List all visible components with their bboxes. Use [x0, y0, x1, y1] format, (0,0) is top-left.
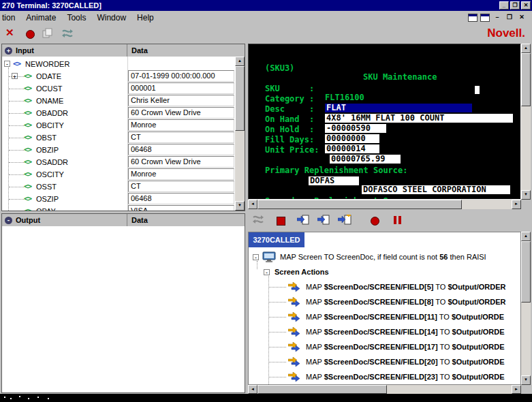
data-cell[interactable]: VISA	[128, 205, 234, 211]
data-cell[interactable]: Monroe	[128, 119, 234, 131]
data-cell[interactable]: CT	[128, 181, 234, 192]
tree-node-label[interactable]: OBZIP	[36, 144, 59, 156]
data-cell[interactable]: 000001	[128, 82, 234, 94]
scroll-left-button[interactable]: ◄	[248, 200, 257, 209]
data-cell[interactable]: CT	[128, 132, 234, 143]
step-over-icon[interactable]	[338, 215, 351, 228]
terminal-hscrollbar[interactable]: ◄ ►	[248, 200, 521, 209]
tree-node-label[interactable]: OCUST	[36, 82, 63, 95]
scroll-up-button[interactable]: ▲	[521, 232, 531, 241]
map-action-row[interactable]: MAP $ScreenDoc/SCREEN/FIELD[14] TO $Outp…	[249, 325, 519, 340]
tree-node-label[interactable]: OSCITY	[36, 168, 64, 181]
status-noise	[4, 397, 5, 398]
step-icon[interactable]	[297, 215, 309, 228]
scroll-down-button[interactable]: ▼	[521, 190, 531, 200]
step-into-icon[interactable]	[317, 215, 330, 228]
terminal-screen[interactable]: (SKU3) SKU Maintenance SKU : FLT16100 Ca…	[248, 44, 521, 200]
map-action-row[interactable]: MAP $ScreenDoc/SCREEN/FIELD[11] TO $Outp…	[249, 310, 519, 325]
tree-node-label[interactable]: OPAY	[36, 205, 56, 211]
maximize-button[interactable]: ❐	[510, 1, 520, 10]
data-cell[interactable]: Chris Keller	[128, 95, 234, 106]
menu-action[interactable]: tion	[0, 12, 20, 24]
output-data-header: Data	[131, 216, 148, 224]
minimize-button[interactable]: _	[499, 1, 509, 10]
screen-actions-row[interactable]: - Screen Actions	[249, 265, 519, 280]
tree-node-label[interactable]: OSST	[36, 181, 57, 193]
tree-connector	[268, 377, 286, 377]
terminal-vscrollbar[interactable]: ▲ ▼	[521, 44, 531, 200]
scroll-right-button[interactable]: ►	[512, 385, 521, 394]
close-button[interactable]: ✕	[521, 1, 531, 10]
expand-all-icon[interactable]: +	[5, 47, 12, 55]
collapse-icon[interactable]: -	[253, 254, 259, 260]
xml-element-icon: <>	[24, 193, 31, 205]
data-cell[interactable]: Monroe	[128, 168, 234, 180]
map-action-row[interactable]: MAP $ScreenDoc/SCREEN/FIELD[5] TO $Outpu…	[249, 280, 519, 295]
data-cell[interactable]: 07-01-1999 00:00:00.000	[128, 70, 234, 82]
tree-connector	[268, 332, 286, 333]
collapse-icon[interactable]: -	[4, 61, 10, 67]
scroll-thumb[interactable]	[257, 200, 462, 209]
tree-node-label[interactable]: ODATE	[36, 70, 61, 82]
tree-node-label[interactable]: OBCITY	[36, 119, 64, 132]
data-cell[interactable]: 60 Crown View Drive	[128, 156, 234, 168]
map-action-icon	[288, 297, 300, 309]
stop-icon[interactable]	[277, 217, 285, 226]
pause-icon[interactable]	[394, 216, 401, 224]
record-icon[interactable]	[26, 30, 35, 39]
menu-animate[interactable]: Animate	[20, 12, 61, 24]
mdi-minimize-button[interactable]: –	[492, 13, 502, 22]
map-action-row[interactable]: MAP $ScreenDoc/SCREEN/FIELD[20] TO $Outp…	[249, 355, 519, 370]
scroll-up-button[interactable]: ▲	[521, 44, 531, 53]
menu-help[interactable]: Help	[131, 12, 159, 24]
map-action-row[interactable]: MAP $ScreenDoc/SCREEN/FIELD[8] TO $Outpu…	[249, 295, 519, 310]
scroll-down-button[interactable]: ▼	[235, 201, 245, 211]
refresh-icon[interactable]	[252, 214, 264, 228]
cascade-window-icon[interactable]	[480, 14, 490, 22]
pages-icon[interactable]	[42, 28, 53, 41]
record-icon[interactable]	[371, 217, 379, 226]
tree-node-label[interactable]: NEWORDER	[25, 58, 69, 70]
expand-icon[interactable]: +	[12, 73, 18, 79]
action-root-row[interactable]: - MAP Screen TO ScreenDoc, if field coun…	[249, 250, 519, 265]
tree-node-label[interactable]: OBADDR	[36, 107, 68, 119]
tile-window-icon[interactable]	[468, 14, 478, 22]
tree-row[interactable]: - <> NEWORDER	[2, 58, 245, 70]
data-cell[interactable]: 06468	[128, 144, 234, 155]
tree-node-label[interactable]: OBST	[36, 132, 57, 144]
menu-bar: tion Animate Tools Window Help	[0, 11, 532, 25]
data-cell[interactable]: 06468	[128, 193, 234, 204]
scroll-down-button[interactable]: ▼	[521, 375, 531, 385]
tree-connector	[268, 317, 286, 318]
action-vscrollbar[interactable]: ▲ ▼	[521, 232, 531, 385]
xml-element-icon: <>	[24, 132, 31, 144]
tree-node-label[interactable]: OSADDR	[36, 156, 68, 168]
delete-icon[interactable]: ✕	[5, 27, 14, 39]
scroll-up-button[interactable]: ▲	[235, 57, 245, 66]
action-hscrollbar[interactable]: ◄ ►	[248, 385, 521, 394]
mdi-close-button[interactable]: ✕	[517, 13, 527, 22]
input-scrollbar[interactable]: ▲ ▼	[235, 57, 245, 211]
scroll-thumb[interactable]	[521, 53, 531, 106]
menu-tools[interactable]: Tools	[61, 12, 91, 24]
scroll-thumb[interactable]	[235, 66, 245, 131]
map-action-text: MAP $ScreenDoc/SCREEN/FIELD[14] TO $Outp…	[306, 328, 505, 336]
mdi-restore-button[interactable]: ❐	[505, 13, 514, 22]
primary-code-field[interactable]: DOFAS	[309, 176, 359, 185]
tab-3270called[interactable]: 3270CALLED	[249, 232, 304, 247]
collapse-all-icon[interactable]: -	[5, 217, 12, 224]
tree-node-label[interactable]: ONAME	[36, 95, 63, 107]
tree-node-label[interactable]: OSZIP	[36, 193, 59, 205]
scroll-thumb[interactable]	[521, 241, 531, 303]
scroll-right-button[interactable]: ►	[512, 200, 521, 209]
data-cell[interactable]: 60 Crown View Drive	[128, 107, 234, 119]
output-tree[interactable]	[2, 226, 245, 392]
status-noise	[48, 398, 49, 399]
menu-window[interactable]: Window	[91, 12, 131, 24]
map-action-row[interactable]: MAP $ScreenDoc/SCREEN/FIELD[17] TO $Outp…	[249, 340, 519, 355]
scroll-thumb[interactable]	[257, 385, 387, 394]
animate-swap-icon[interactable]	[61, 28, 74, 42]
scroll-left-button[interactable]: ◄	[248, 385, 257, 394]
collapse-icon[interactable]: -	[264, 269, 270, 275]
title-bar[interactable]: 270 Terminal: 3270CALLED] _ ❐ ✕	[0, 0, 532, 11]
